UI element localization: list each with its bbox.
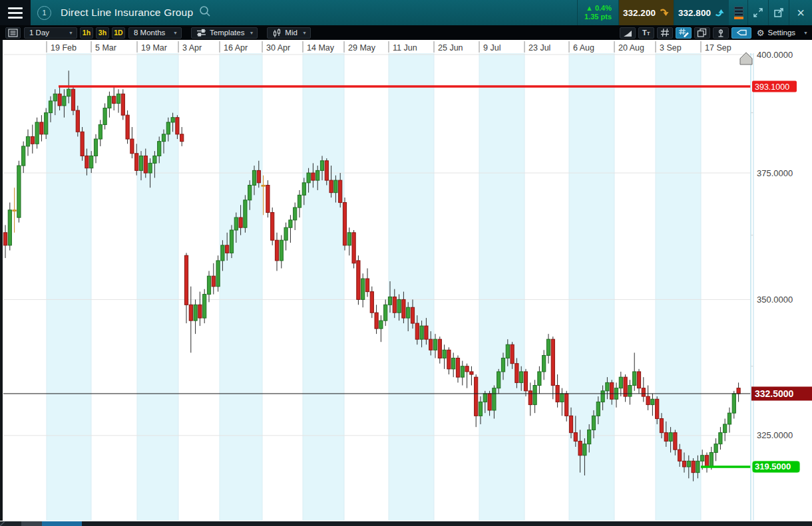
candle-body bbox=[171, 118, 174, 122]
candle-body bbox=[732, 394, 735, 413]
sell-price-button[interactable]: 332.200 bbox=[618, 0, 674, 25]
candle-body bbox=[63, 96, 66, 106]
candle-body bbox=[493, 388, 496, 410]
candle-body bbox=[135, 154, 138, 171]
candle-body bbox=[479, 402, 482, 416]
candle-body bbox=[221, 245, 224, 261]
text-tool-button[interactable]: TT bbox=[638, 27, 654, 39]
candle-body bbox=[234, 217, 238, 230]
price-mode-dropdown[interactable]: Mid ▼ bbox=[267, 27, 310, 39]
left-edge-strip bbox=[0, 40, 3, 521]
search-icon[interactable] bbox=[198, 5, 212, 21]
candle-body bbox=[488, 394, 491, 410]
candle-body bbox=[343, 203, 346, 245]
date-axis: 19 Feb5 Mar19 Mar3 Apr16 Apr30 Apr14 May… bbox=[47, 41, 731, 53]
price-mode-label: Mid bbox=[285, 29, 298, 37]
date-tick-label: 23 Jul bbox=[528, 43, 550, 53]
candlestick-icon bbox=[272, 28, 282, 38]
candle-body bbox=[166, 122, 170, 134]
sliders-icon bbox=[196, 28, 206, 37]
candle-body bbox=[108, 96, 111, 108]
quick-period-1d-button[interactable]: 1D bbox=[112, 27, 125, 39]
candle-body bbox=[212, 276, 215, 287]
candle-body bbox=[674, 433, 677, 450]
candle-body bbox=[311, 173, 315, 180]
candle-body bbox=[497, 372, 501, 388]
candle-body bbox=[226, 245, 229, 253]
chart-menu-button[interactable] bbox=[5, 27, 21, 39]
candle-body bbox=[230, 230, 233, 253]
price-tick-label: 350.0000 bbox=[757, 295, 793, 305]
candle-body bbox=[705, 456, 708, 467]
candle-body bbox=[551, 339, 554, 385]
expand-button[interactable] bbox=[747, 0, 768, 25]
quick-period-3h-button[interactable]: 3h bbox=[96, 27, 109, 39]
period-dropdown[interactable]: 1 Day ▼ bbox=[24, 27, 77, 39]
candle-body bbox=[506, 344, 509, 358]
candle-body bbox=[176, 118, 179, 134]
change-points: 1.35 pts bbox=[584, 13, 612, 21]
candle-body bbox=[189, 305, 192, 321]
chart-toolbar: 1 Day ▼ 1h 3h 1D 8 Months ▼ Templates ▼ … bbox=[0, 25, 812, 40]
buy-price-button[interactable]: 332.800 bbox=[674, 0, 729, 25]
candle-body bbox=[583, 444, 586, 456]
candle-body bbox=[510, 344, 514, 363]
candle-body bbox=[425, 326, 428, 339]
pin-icon bbox=[717, 28, 725, 38]
candle-body bbox=[13, 210, 16, 211]
candle-body bbox=[8, 210, 11, 245]
change-percent: 0.4% bbox=[595, 4, 612, 12]
date-tick-label: 19 Mar bbox=[141, 43, 167, 53]
popout-button[interactable] bbox=[768, 0, 789, 25]
toolbar-right-group: TT ⚙ Settings ▼ bbox=[617, 27, 808, 39]
candle-body bbox=[447, 350, 451, 369]
chart-scrollbar[interactable] bbox=[0, 521, 812, 526]
candle-body bbox=[361, 279, 365, 299]
candle-body bbox=[407, 307, 410, 318]
candle-body bbox=[248, 186, 252, 200]
trading-app-window: { "icons": {"caret": "▼", "up_triangle":… bbox=[0, 0, 812, 526]
candle-body bbox=[307, 173, 310, 183]
current-price-badge: 332.5000 bbox=[751, 386, 812, 400]
templates-dropdown[interactable]: Templates ▼ bbox=[191, 27, 258, 39]
settings-button[interactable]: ⚙ Settings ▼ bbox=[757, 28, 808, 38]
callout-icon bbox=[735, 28, 747, 37]
candle-body bbox=[596, 402, 600, 416]
scrollbar-thumb[interactable] bbox=[42, 521, 82, 526]
range-dropdown[interactable]: 8 Months ▼ bbox=[128, 27, 182, 39]
candle-body bbox=[370, 292, 373, 313]
up-triangle-icon: ▲ bbox=[586, 4, 593, 12]
range-value: 8 Months bbox=[134, 29, 165, 37]
cascade-windows-button[interactable] bbox=[694, 27, 710, 39]
titlebar: 1 Direct Line Insurance Group ▲ 0.4% 1.3… bbox=[0, 0, 812, 25]
quick-period-1h-button[interactable]: 1h bbox=[80, 27, 93, 39]
candle-body bbox=[384, 305, 387, 321]
candle-body bbox=[528, 391, 532, 405]
trend-draw-tool-button[interactable] bbox=[620, 27, 636, 39]
support-price-badge: 319.5000 bbox=[752, 461, 800, 473]
candle-body bbox=[116, 94, 120, 103]
candle-body bbox=[184, 255, 188, 305]
candle-body bbox=[126, 115, 129, 139]
list-icon bbox=[8, 29, 18, 37]
candle-body bbox=[415, 323, 419, 339]
candle-body bbox=[320, 161, 323, 171]
main-menu-button[interactable] bbox=[0, 0, 31, 25]
candle-body bbox=[646, 396, 650, 404]
svg-text:332.5000: 332.5000 bbox=[755, 388, 794, 399]
close-button[interactable]: × bbox=[789, 0, 812, 25]
callout-tool-button[interactable] bbox=[731, 27, 751, 39]
candle-body bbox=[275, 240, 278, 261]
candle-body bbox=[352, 233, 355, 263]
depth-ladder-icon[interactable] bbox=[734, 7, 743, 19]
candle-body bbox=[737, 388, 740, 394]
price-chart[interactable]: 19 Feb5 Mar19 Mar3 Apr16 Apr30 Apr14 May… bbox=[0, 40, 812, 526]
grid-button[interactable] bbox=[657, 27, 673, 39]
candle-body bbox=[465, 366, 469, 372]
indicator-pin-button[interactable] bbox=[713, 27, 729, 39]
candle-body bbox=[483, 394, 487, 402]
draw-on-grid-button[interactable] bbox=[676, 27, 692, 39]
candle-body bbox=[656, 399, 659, 418]
scrollbar-segment[interactable] bbox=[21, 521, 42, 526]
text-tool-icon: TT bbox=[642, 29, 650, 37]
